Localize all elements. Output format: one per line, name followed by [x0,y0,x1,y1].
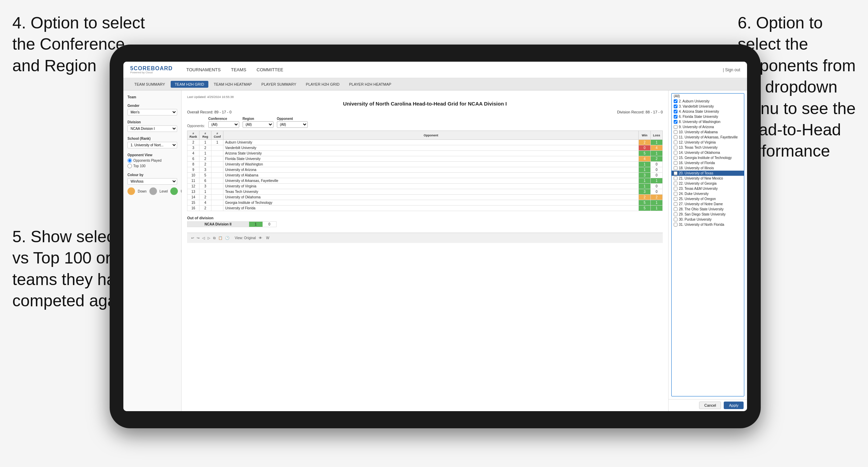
cell-conf: 1 [211,140,223,145]
apply-button[interactable]: Apply [724,402,744,409]
dropdown-item[interactable]: 25. University of Oregon [672,196,744,201]
cell-conf [211,145,223,151]
nav-sign-out[interactable]: | Sign out [723,67,740,72]
nav-tournaments[interactable]: TOURNAMENTS [186,67,221,72]
cell-loss: 1 [651,140,663,145]
toolbar-copy[interactable]: ⧉ [213,236,216,240]
cell-opponent-name: Florida State University [223,156,639,162]
dropdown-item[interactable]: 28. The Ohio State University [672,207,744,212]
cell-win: 3 [639,189,651,195]
nav-bar: 5COREBOARD Powered by Cloud TOURNAMENTS … [123,62,747,78]
th-rank: #Rank [187,131,199,140]
dropdown-item[interactable]: 11. University of Arkansas, Fayetteville [672,135,744,140]
dropdown-item[interactable]: 13. Texas Tech University [672,145,744,150]
cell-loss: 0 [651,162,663,167]
cell-opponent-name: Texas Tech University [223,189,639,195]
toolbar-undo[interactable]: ↩ [191,236,194,240]
radio-top100[interactable]: Top 100 [127,164,177,168]
cell-reg: 2 [199,195,211,200]
dropdown-list[interactable]: (All)2. Auburn University3. Vanderbilt U… [671,93,744,396]
th-win: Win [639,131,651,140]
subnav-team-h2h-grid[interactable]: TEAM H2H GRID [171,81,208,88]
table-row: 12 3 University of Virginia 1 0 [187,184,663,189]
tablet-device: 5COREBOARD Powered by Cloud TOURNAMENTS … [110,45,761,428]
cell-reg: 3 [199,167,211,173]
dropdown-item[interactable]: 3. Vanderbilt University [672,104,744,109]
dropdown-item[interactable]: 30. Purdue University [672,217,744,222]
school-select[interactable]: 1. University of Nort... [127,142,177,148]
school-label: School (Rank) [127,137,177,140]
cell-win: 1 [639,162,651,167]
division-select[interactable]: NCAA Division I [127,125,177,132]
table-row: 9 3 University of Arizona 1 0 [187,167,663,173]
subnav-player-summary[interactable]: PLAYER SUMMARY [257,81,301,88]
nav-teams[interactable]: TEAMS [231,67,246,72]
dropdown-item[interactable]: 23. Texas A&M University [672,186,744,191]
out-of-division-label: Out of division [187,216,663,220]
cell-loss: 0 [651,184,663,189]
dropdown-item[interactable]: 2. Auburn University [672,99,744,104]
cell-opponent-name: University of Florida [223,206,639,211]
table-row: 2 1 1 Auburn University 2 1 [187,140,663,145]
legend-level-dot [149,187,157,195]
gender-select[interactable]: Men's [127,109,177,115]
legend-down-dot [127,187,135,195]
dropdown-item[interactable]: 9. University of Arizona [672,124,744,130]
dropdown-item[interactable]: 29. San Diego State University [672,212,744,217]
toolbar-clock: 🕐 [225,236,229,240]
opponents-label: Opponents: [187,124,205,128]
cell-reg: 1 [199,151,211,156]
toolbar-w: W [266,236,269,240]
subnav-team-h2h-heatmap[interactable]: TEAM H2H HEATMAP [210,81,256,88]
dropdown-item[interactable]: 24. Duke University [672,191,744,196]
cell-reg: 6 [199,178,211,184]
dropdown-item[interactable]: 12. University of Virginia [672,140,744,145]
dropdown-item[interactable]: 8. University of Washington [672,119,744,124]
dropdown-item[interactable]: 20. University of Texas [672,171,744,176]
cell-rank: 15 [187,200,199,206]
cell-opponent-name: Arizona State University [223,151,639,156]
dropdown-item[interactable]: 22. University of Georgia [672,181,744,186]
opponent-filter[interactable]: (All) [277,121,308,128]
region-filter[interactable]: (All) [243,121,273,128]
nav-committee[interactable]: COMMITTEE [257,67,283,72]
dropdown-item[interactable]: 14. University of Oklahoma [672,150,744,155]
dropdown-item[interactable]: 15. Georgia Institute of Technology [672,155,744,160]
radio-opponents-played[interactable]: Opponents Played [127,158,177,163]
cell-opponent-name: Georgia Institute of Technology [223,200,639,206]
toolbar-forward[interactable]: ▷ [208,236,210,240]
dropdown-item[interactable]: 18. University of Illinois [672,165,744,171]
cell-opponent-name: Vanderbilt University [223,145,639,151]
colour-select[interactable]: Win/loss [127,178,177,185]
legend-level-label: Level [160,189,168,193]
cell-reg: 2 [199,206,211,211]
conference-filter[interactable]: (All) [208,121,239,128]
out-of-division-row: NCAA Division II 1 0 [187,222,277,227]
cell-reg: 4 [199,200,211,206]
cancel-button[interactable]: Cancel [699,402,721,409]
toolbar-redo[interactable]: ↪ [197,236,199,240]
cell-opponent-name: University of Alabama [223,173,639,178]
dropdown-item[interactable]: 21. University of New Mexico [672,176,744,181]
cell-opponent-name: Auburn University [223,140,639,145]
subnav-player-h2h-heatmap[interactable]: PLAYER H2H HEATMAP [345,81,395,88]
subnav-team-summary[interactable]: TEAM SUMMARY [130,81,169,88]
dropdown-item[interactable]: 31. University of North Florida [672,222,744,227]
subnav-player-h2h-grid[interactable]: PLAYER H2H GRID [302,81,344,88]
dropdown-item[interactable]: 10. University of Alabama [672,130,744,135]
cell-opponent-name: University of Arizona [223,167,639,173]
filters-row: Opponents: Conference (All) Region (All) [187,117,663,128]
dropdown-item[interactable]: 4. Arizona State University [672,109,744,114]
toolbar-paste[interactable]: 📋 [218,236,222,240]
toolbar-back[interactable]: ◁ [202,236,205,240]
dropdown-item[interactable]: 27. University of Notre Dame [672,201,744,207]
out-of-division: Out of division NCAA Division II 1 0 [187,216,663,227]
dropdown-item[interactable]: 6. Florida State University [672,114,744,119]
conference-filter-label: Conference [208,117,239,121]
dropdown-item[interactable]: (All) [672,94,744,99]
dropdown-item[interactable]: 16. University of Florida [672,160,744,165]
cell-rank: 14 [187,195,199,200]
nav-links: TOURNAMENTS TEAMS COMMITTEE [186,67,283,72]
gender-label: Gender [127,104,177,108]
table-row: 8 2 University of Washington 1 0 [187,162,663,167]
